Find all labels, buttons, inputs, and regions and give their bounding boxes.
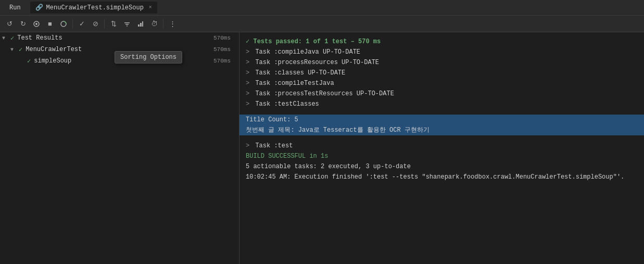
output-classes: > Task :classes UP-TO-DATE [239,68,644,78]
arrow-icon: > [246,68,249,78]
stop-button[interactable]: ■ [44,18,56,30]
output-title-count-text: Title Count: 5 [246,115,298,124]
output-test-classes: > Task :testClasses [239,99,644,109]
checkmark-button[interactable]: ✓ [75,18,88,30]
tab-run-label: Run [9,4,21,11]
left-panel: Sorting Options ▼ ✓ Test Results 570ms ▼… [0,32,239,264]
svg-rect-5 [127,26,128,27]
svg-rect-6 [138,24,140,27]
time-menu-crawler: 570ms [213,46,235,53]
output-task-test: > Task :test [239,141,644,151]
output-build-success: BUILD SUCCESSFUL in 1s [239,151,644,161]
arrow-icon: > [246,79,249,88]
output-compile-java-text: Task :compileJava UP-TO-DATE [251,47,360,57]
sorting-tooltip: Sorting Options [115,51,182,64]
tab-test-label: MenuCrawlerTest.simpleSoup [46,4,144,11]
svg-rect-4 [125,24,129,25]
arrow-icon: > [246,141,249,150]
sorting-tooltip-label: Sorting Options [120,54,176,61]
tab-run[interactable]: Run [4,2,26,14]
debug-button[interactable] [30,18,43,30]
output-compile-test-java-text: Task :compileTestJava [251,79,334,88]
arrow-menu-crawler: ▼ [10,47,17,53]
separator-2 [104,19,105,29]
coverage-button[interactable] [57,18,70,30]
output-test-classes-text: Task :testClasses [251,99,319,109]
cancel-button[interactable]: ⊘ [89,18,102,30]
output-actionable-text: 5 actionable tasks: 2 executed, 3 up-to-… [246,162,411,171]
output-compile-java: > Task :compileJava UP-TO-DATE [239,47,644,57]
tab-file-icon: 🔗 [35,4,43,11]
label-test-results: Test Results [17,34,62,42]
output-process-resources: > Task :processResources UP-TO-DATE [239,57,644,68]
output-task-test-text: Task :test [251,141,293,150]
rerun-button[interactable]: ↺ [3,18,16,30]
arrow-icon: > [246,89,249,98]
separator-3 [163,19,163,29]
check-test-results: ✓ [10,34,14,42]
check-simple-soup: ✓ [27,57,31,65]
main-content: Sorting Options ▼ ✓ Test Results 570ms ▼… [0,32,644,264]
label-menu-crawler: MenuCrawlerTest [26,46,82,53]
check-menu-crawler: ✓ [19,46,22,54]
right-panel: ✓ Tests passed: 1 of 1 test – 570 ms > T… [239,32,644,264]
output-execution-finished-text: 10:02:45 AM: Execution finished ':test -… [246,172,624,182]
spacer-1 [239,109,644,115]
arrow-icon: > [246,47,249,57]
output-first-title: 첫번째 글 제목: Java로 Tesseract를 활용한 OCR 구현하기 [239,125,644,135]
svg-rect-7 [140,23,142,27]
output-build-success-text: BUILD SUCCESSFUL in 1s [246,152,328,161]
svg-point-1 [35,23,37,25]
output-process-test-resources: > Task :processTestResources UP-TO-DATE [239,89,644,99]
filter-button[interactable] [121,18,133,30]
more-button[interactable]: ⋮ [166,18,179,30]
label-simple-soup: simpleSoup [34,57,71,65]
output-header: ✓ Tests passed: 1 of 1 test – 570 ms [239,36,644,47]
output-title-count: Title Count: 5 [239,115,644,125]
title-bar: Run 🔗 MenuCrawlerTest.simpleSoup × [0,0,644,16]
output-execution-finished: 10:02:45 AM: Execution finished ':test -… [239,172,644,182]
clock-button[interactable]: ⏱ [148,18,160,30]
arrow-icon: > [246,99,249,109]
time-simple-soup: 570ms [213,58,235,64]
tab-close-icon[interactable]: × [149,5,152,10]
spacer-2 [239,135,644,141]
output-actionable: 5 actionable tasks: 2 executed, 3 up-to-… [239,161,644,172]
output-compile-test-java: > Task :compileTestJava [239,78,644,89]
tab-test[interactable]: 🔗 MenuCrawlerTest.simpleSoup × [30,2,157,14]
output-header-text: ✓ Tests passed: 1 of 1 test – 570 ms [246,37,381,46]
arrow-icon: > [246,58,249,67]
output-process-resources-text: Task :processResources UP-TO-DATE [251,58,379,67]
tree-item-test-results[interactable]: ▼ ✓ Test Results 570ms [0,32,239,44]
output-classes-text: Task :classes UP-TO-DATE [251,68,345,78]
toolbar: ↺ ↻ ■ ✓ ⊘ ⇅ ⏱ ⋮ [0,16,644,32]
chart-button[interactable] [134,18,147,30]
time-test-results: 570ms [213,35,235,41]
rerun-failed-button[interactable]: ↻ [17,18,29,30]
sort-button[interactable]: ⇅ [107,18,120,30]
output-process-test-resources-text: Task :processTestResources UP-TO-DATE [251,89,394,98]
svg-rect-3 [124,22,130,23]
arrow-test-results: ▼ [2,35,8,41]
svg-rect-8 [142,21,143,27]
separator-1 [72,19,73,29]
output-first-title-text: 첫번째 글 제목: Java로 Tesseract를 활용한 OCR 구현하기 [246,125,430,135]
